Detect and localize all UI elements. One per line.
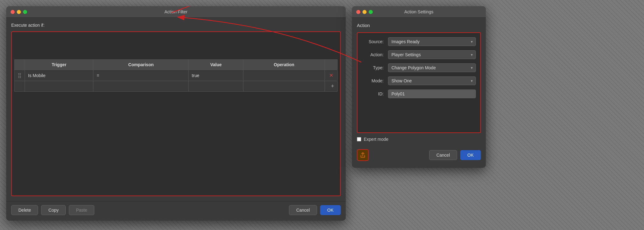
empty-row: + [15,81,338,92]
cancel-button[interactable]: Cancel [289,205,317,215]
maximize-button[interactable] [23,10,27,14]
settings-cancel-button[interactable]: Cancel [429,150,457,160]
empty-comparison[interactable] [93,81,188,92]
execute-label: Execute action if: [11,23,341,28]
id-input[interactable] [388,90,476,98]
mode-label: Mode: [362,78,384,83]
empty-trigger[interactable] [25,81,93,92]
settings-titlebar: Action Settings [352,6,486,18]
drag-col-header [15,60,25,70]
type-select-wrapper: Change Polygon Mode Play Pause ▼ [388,63,476,72]
delete-col-header [325,60,338,70]
close-button[interactable] [11,10,15,14]
settings-ok-button[interactable]: OK [460,150,481,160]
mode-select-wrapper: Show One Show All Hide All ▼ [388,76,476,85]
mode-row: Mode: Show One Show All Hide All ▼ [362,76,476,85]
type-select[interactable]: Change Polygon Mode Play Pause [388,63,476,72]
empty-operation[interactable] [244,81,325,92]
settings-area: Source: Images Ready On Start On End ▼ A… [357,32,481,133]
comparison-cell[interactable]: = [93,70,188,81]
copy-button[interactable]: Copy [41,205,66,215]
source-select-wrapper: Images Ready On Start On End ▼ [388,37,476,46]
type-row: Type: Change Polygon Mode Play Pause ▼ [362,63,476,72]
source-row: Source: Images Ready On Start On End ▼ [362,37,476,46]
delete-button[interactable]: Delete [11,205,38,215]
settings-window-title: Action Settings [404,9,433,14]
trigger-cell[interactable]: Is Mobile [25,70,93,81]
expert-mode-row: Expert mode [357,133,481,145]
source-select[interactable]: Images Ready On Start On End [388,37,476,46]
paste-button[interactable]: Paste [69,205,94,215]
drag-handle[interactable]: ⣿ [15,70,25,81]
settings-minimize-button[interactable] [362,10,367,14]
source-label: Source: [362,39,384,44]
value-cell[interactable]: true [188,70,243,81]
settings-maximize-button[interactable] [369,10,373,14]
filter-area: Trigger Comparison Value Operation ⣿ Is … [11,31,341,196]
type-label: Type: [362,65,384,70]
id-row: ID: [362,90,476,98]
action-settings-window: Action Settings Action Source: Images Re… [352,6,486,168]
empty-value[interactable] [188,81,243,92]
table-row: ⣿ Is Mobile = true ✕ [15,70,338,81]
trigger-header: Trigger [25,60,93,70]
id-label: ID: [362,91,384,96]
delete-cell: ✕ [325,70,338,81]
operation-header: Operation [244,60,325,70]
action-select[interactable]: Player Settings Jump To Set Variable [388,50,476,59]
ok-button[interactable]: OK [320,205,341,215]
window-controls [11,10,27,14]
expert-mode-label: Expert mode [364,137,388,142]
comparison-header: Comparison [93,60,188,70]
settings-bottom-bar: Cancel OK [357,145,481,161]
settings-window-controls [356,10,373,14]
expert-mode-checkbox[interactable] [357,137,361,141]
action-filter-bottom-bar: Delete Copy Paste Cancel OK [6,201,346,219]
mode-select[interactable]: Show One Show All Hide All [388,76,476,85]
titlebar: Action Filter [6,6,346,18]
action-filter-window: Action Filter Execute action if: [6,6,346,221]
add-row-button[interactable]: + [331,83,334,90]
window-title: Action Filter [164,9,187,14]
section-label: Action [357,23,481,28]
add-row-cell: + [325,81,338,92]
filter-table: Trigger Comparison Value Operation ⣿ Is … [14,59,338,92]
settings-body: Action Source: Images Ready On Start On … [352,18,486,166]
action-label: Action: [362,52,384,57]
share-icon [360,152,366,158]
row-delete-button[interactable]: ✕ [328,72,334,79]
filter-table-container: Trigger Comparison Value Operation ⣿ Is … [14,59,338,92]
share-button[interactable] [357,149,369,161]
empty-drag [15,81,25,92]
action-row: Action: Player Settings Jump To Set Vari… [362,50,476,59]
value-header: Value [188,60,243,70]
operation-cell[interactable] [244,70,325,81]
minimize-button[interactable] [17,10,21,14]
settings-close-button[interactable] [356,10,360,14]
action-select-wrapper: Player Settings Jump To Set Variable ▼ [388,50,476,59]
